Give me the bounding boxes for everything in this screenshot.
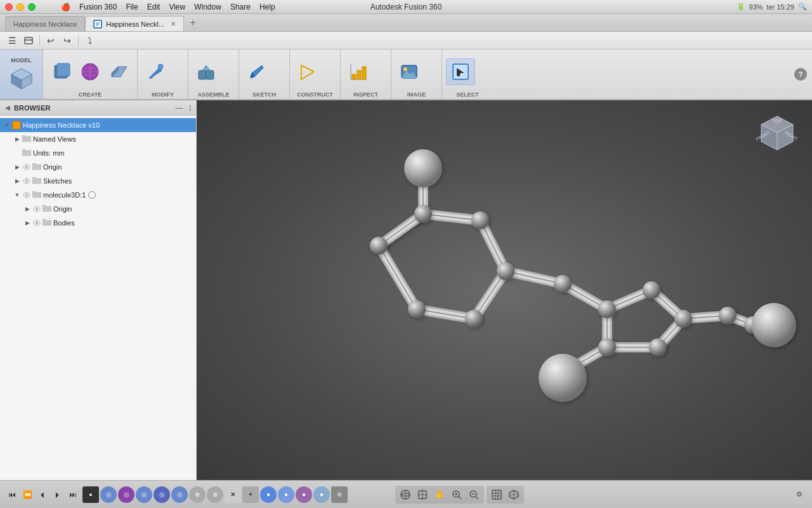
timeline-circle-1[interactable]: ● (260, 486, 277, 503)
svg-point-109 (719, 307, 737, 324)
ribbon-model-label: MODEL (11, 57, 32, 64)
timeline-delete-icon[interactable]: ✕ (225, 486, 241, 503)
tree-expand-arrow[interactable]: ▶ (13, 135, 22, 144)
play-forward-button[interactable]: ⏵ (51, 488, 65, 502)
tree-item-sketches[interactable]: ▶ Sketches (0, 174, 196, 188)
tree-expand-arrow-origin[interactable]: ▶ (13, 163, 22, 171)
home-button[interactable] (22, 34, 36, 48)
menu-fusion[interactable]: Fusion 360 (79, 3, 117, 11)
assemble-tools (192, 50, 235, 91)
menu-window[interactable]: Window (194, 3, 221, 11)
timeline-icon-7[interactable]: ⊕ (207, 486, 223, 503)
browser-title: BROWSER (14, 104, 171, 112)
timeline-icon-1[interactable]: ◎ (100, 486, 117, 503)
zoom-out-tool[interactable] (466, 487, 481, 502)
timeline-icon-4[interactable]: ◎ (154, 486, 170, 503)
tree-expand-arrow-sketches[interactable]: ▶ (13, 177, 22, 185)
tree-item-origin[interactable]: ▶ Origin (0, 160, 196, 174)
tree-item-named-views[interactable]: ▶ Named Views (0, 132, 196, 146)
tree-expand-arrow[interactable]: ▼ (3, 121, 11, 130)
modify-tool[interactable] (141, 59, 169, 84)
timeline-circle-4[interactable]: ● (313, 486, 330, 503)
playback-controls: ⏮ ⏪ ⏴ ⏵ ⏭ (5, 488, 80, 502)
zoom-in-tool[interactable] (449, 487, 464, 502)
minimize-button[interactable] (16, 3, 24, 11)
skip-to-start-button[interactable]: ⏮ (5, 488, 19, 502)
tree-item-bodies[interactable]: ▶ Bodies (0, 216, 196, 230)
folder-icon (22, 134, 32, 144)
search-icon[interactable]: 🔍 (798, 3, 807, 11)
tree-expand-arrow-bodies[interactable]: ▶ (23, 218, 32, 227)
skip-to-end-button[interactable]: ⏭ (66, 488, 80, 502)
menu-help[interactable]: Help (259, 3, 275, 11)
share-button[interactable]: ⤵ (82, 34, 96, 48)
orbit-tool[interactable] (398, 487, 413, 502)
tab-happiness-necklace-2[interactable]: Happiness Neckl... ✕ (85, 16, 184, 31)
tree-item-root[interactable]: ▼ Happiness Necklace v10 (0, 118, 196, 132)
close-tab-button[interactable]: ✕ (171, 20, 176, 27)
timeline-settings-icon[interactable]: ⚙ (331, 486, 348, 503)
pan-tool[interactable] (415, 487, 430, 502)
svg-rect-131 (492, 490, 501, 499)
timeline-icon-6[interactable]: ⊕ (189, 486, 206, 503)
apple-menu[interactable]: 🍎 (61, 3, 70, 11)
timeline-icon-5[interactable]: ◎ (171, 486, 188, 503)
sheet-metal-tool[interactable] (105, 59, 133, 84)
battery-icon: 🔋 (737, 3, 745, 11)
tab-label: Happiness Necklace (13, 20, 77, 28)
settings-button[interactable]: ⚙ (792, 487, 807, 502)
ribbon-create-group: CREATE (43, 50, 138, 99)
sketch-icon (247, 62, 267, 82)
inspect-icon (348, 62, 369, 82)
tab-happiness-necklace-1[interactable]: Happiness Necklace (5, 16, 85, 31)
menu-file[interactable]: File (126, 3, 138, 11)
select-tool[interactable] (446, 58, 475, 85)
browser-pin-icon[interactable]: | (189, 104, 191, 111)
maximize-button[interactable] (28, 3, 36, 11)
help-button[interactable]: ? (794, 68, 807, 81)
timeline-icon-3[interactable]: ◎ (136, 486, 152, 503)
timeline-icon-2[interactable]: ◎ (118, 486, 134, 503)
tree-item-units[interactable]: ▶ Units: mm (0, 146, 196, 160)
svg-point-115 (408, 300, 426, 318)
menu-view[interactable]: View (169, 3, 185, 11)
tree-item-molecule3d[interactable]: ▼ molecule3D:1 (0, 188, 196, 202)
sketch-tool[interactable] (243, 59, 271, 84)
app-title: Autodesk Fusion 360 (370, 3, 442, 11)
view-tools-group: ✋ (395, 486, 484, 504)
timeline-add-icon[interactable]: + (242, 486, 259, 503)
timeline-record-icon[interactable]: ● (82, 486, 99, 503)
menu-edit[interactable]: Edit (147, 3, 160, 11)
tree-expand-arrow-molecule[interactable]: ▼ (13, 190, 22, 199)
image-tool[interactable] (395, 59, 423, 84)
construct-tool[interactable] (294, 59, 322, 84)
add-tab-button[interactable]: + (187, 17, 199, 29)
browser-collapse-icon[interactable]: ◀ (5, 104, 10, 111)
tree-item-origin-child[interactable]: ▶ Origin (0, 202, 196, 216)
svg-line-125 (459, 497, 461, 499)
menu-icon-button[interactable]: ☰ (5, 34, 19, 48)
model-cube-container[interactable] (9, 66, 34, 91)
display-mode-tool[interactable] (489, 487, 504, 502)
svg-point-36 (25, 180, 28, 182)
inspect-tool[interactable] (344, 59, 372, 84)
hand-tool[interactable]: ✋ (432, 487, 447, 502)
surface-tool[interactable] (76, 59, 104, 84)
assemble-tool[interactable] (192, 59, 220, 84)
undo-button[interactable]: ↩ (44, 34, 58, 48)
viewport-3d[interactable]: TOP FRONT RIGHT (197, 100, 812, 480)
timeline-circle-3[interactable]: ● (296, 486, 312, 503)
tree-item-label: Happiness Necklace v10 (23, 121, 100, 129)
timeline-circle-2[interactable]: ● (278, 486, 294, 503)
grid-tool[interactable] (506, 487, 521, 502)
step-back-button[interactable]: ⏪ (20, 488, 34, 502)
main-area: ◀ BROWSER — | ▼ Happiness Necklace v10 ▶… (0, 100, 812, 480)
close-button[interactable] (5, 3, 13, 11)
tree-expand-arrow-origin2[interactable]: ▶ (23, 204, 32, 213)
redo-button[interactable]: ↪ (60, 34, 74, 48)
solid-tool[interactable] (47, 59, 75, 84)
play-back-button[interactable]: ⏴ (36, 488, 49, 502)
menu-share[interactable]: Share (230, 3, 251, 11)
browser-menu-icon[interactable]: — (175, 104, 183, 112)
viewport-tool-bar: ✋ (350, 486, 568, 504)
